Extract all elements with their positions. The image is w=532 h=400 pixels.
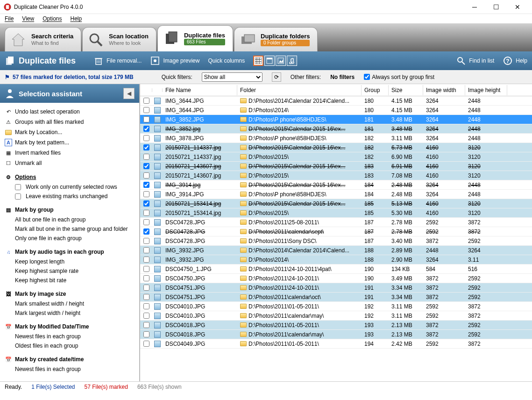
col-size[interactable]: Size	[389, 85, 423, 95]
work-only-selected[interactable]: Work only on currently selected rows	[5, 182, 135, 192]
all-but-one-same[interactable]: Mark all but one in the same group and f…	[5, 224, 135, 234]
minimize-button[interactable]: ─	[464, 0, 485, 14]
assistant-options[interactable]: ⚙Options	[5, 172, 135, 182]
largest-wh[interactable]: Mark largest width / height	[5, 308, 135, 318]
newest-created[interactable]: Newest files in each group	[5, 364, 135, 374]
row-checkbox[interactable]	[143, 322, 149, 328]
table-row[interactable]: DSC04750_1.JPGD:\Photos\2011\24-10-2011\…	[140, 264, 532, 274]
row-checkbox[interactable]	[143, 238, 149, 244]
leave-existing[interactable]: Leave existing marks unchanged	[5, 192, 135, 201]
maximize-button[interactable]: ☐	[485, 0, 507, 14]
col-group[interactable]: Group	[362, 85, 389, 95]
row-checkbox[interactable]	[143, 163, 149, 169]
table-row[interactable]: 20150721_153414.jpgD:\Photos\2015\1855.3…	[140, 208, 532, 218]
only-one[interactable]: Only one file in each group	[5, 234, 135, 243]
table-row[interactable]: DSC04728.JPGD:\Photos\2011\Sony DSC\1873…	[140, 236, 532, 246]
file-removal-button[interactable]: File removal...	[93, 56, 142, 66]
row-checkbox[interactable]	[143, 98, 149, 104]
row-checkbox[interactable]	[143, 257, 149, 263]
menu-file[interactable]: File	[5, 15, 14, 22]
row-checkbox[interactable]	[143, 154, 149, 160]
row-checkbox[interactable]	[143, 219, 149, 225]
longest-length[interactable]: Keep longest length	[5, 257, 135, 266]
table-row[interactable]: IMG_3644.JPGD:\Photos\2014\Calendar 2014…	[140, 96, 532, 106]
table-row[interactable]: DSC04751.JPGD:\Photos\2011\calendar\oct\…	[140, 293, 532, 302]
table-row[interactable]: IMG_3878.JPGD:\Photos\P phone\858HDJES\1…	[140, 134, 532, 143]
mark-location[interactable]: Mark by Location...	[5, 127, 135, 137]
col-height[interactable]: Image height	[465, 85, 507, 95]
row-checkbox[interactable]	[143, 266, 149, 272]
invert-marked[interactable]: ▦Invert marked files	[5, 148, 135, 158]
undo-select[interactable]: ↶Undo last select operation	[5, 107, 135, 117]
table-row[interactable]: DSC04751.JPGD:\Photos\2011\24-10-2011\19…	[140, 283, 532, 293]
row-checkbox[interactable]	[143, 135, 149, 141]
find-in-list-button[interactable]: Find in list	[456, 56, 494, 66]
row-checkbox[interactable]	[143, 182, 149, 188]
table-row[interactable]: IMG_3914.jpgD:\Photos\2015\Calendar 2015…	[140, 180, 532, 190]
row-checkbox[interactable]	[143, 191, 149, 197]
table-row[interactable]: DSC04010.JPGD:\Photos\2011\01-05-2011\19…	[140, 302, 532, 311]
quick-filters-select[interactable]: Show all	[202, 72, 262, 82]
row-checkbox[interactable]	[143, 247, 149, 253]
groups-all-marked[interactable]: ⚠Groups with all files marked	[5, 117, 135, 127]
table-row[interactable]: DSC04018.JPGD:\Photos\2011\01-05-2011\19…	[140, 321, 532, 330]
table-row[interactable]: DSC04728.JPGD:\Photos\2011\calendar\sept…	[140, 227, 532, 236]
table-row[interactable]: IMG_3914.JPGD:\Photos\P phone\858HDJES\1…	[140, 190, 532, 199]
highest-br[interactable]: Keep highest bit rate	[5, 276, 135, 285]
smallest-wh[interactable]: Mark smallest width / height	[5, 299, 135, 308]
col-width[interactable]: Image width	[423, 85, 465, 95]
newest-mod[interactable]: Newest files in each group	[5, 332, 135, 341]
all-but-one[interactable]: All but one file in each group	[5, 215, 135, 224]
refresh-button[interactable]: ⟳	[272, 72, 281, 82]
table-row[interactable]: 20150721_143607.jpgD:\Photos\2015\1837.0…	[140, 171, 532, 180]
table-row[interactable]: IMG_3644.JPGD:\Photos\2014\1804.15 MB326…	[140, 106, 532, 115]
table-row[interactable]: IMG_3932.JPGD:\Photos\2014\1882.90 MB326…	[140, 255, 532, 264]
row-checkbox[interactable]	[143, 285, 149, 291]
table-row[interactable]: DSC04750.JPGD:\Photos\2011\24-10-2011\19…	[140, 274, 532, 283]
table-row[interactable]: DSC04728.JPGD:\Photos\2011\25-08-2011\18…	[140, 218, 532, 227]
qc-window-icon[interactable]	[264, 56, 275, 66]
table-row[interactable]: 20150721_114337.jpgD:\Photos\2015\Calend…	[140, 143, 532, 152]
row-checkbox[interactable]	[143, 275, 149, 281]
table-row[interactable]: IMG_3932.JPGD:\Photos\2014\Calendar 2014…	[140, 246, 532, 255]
close-button[interactable]: ✕	[507, 0, 528, 14]
row-checkbox[interactable]	[143, 172, 149, 179]
row-checkbox[interactable]	[143, 210, 149, 216]
table-row[interactable]: IMG_3852.JPGD:\Photos\P phone\858HDJES\1…	[140, 115, 532, 124]
tab-duplicate-folders[interactable]: Duplicate folders0 Folder groups	[234, 27, 318, 51]
table-row[interactable]: DSC04018.JPGD:\Photos\2011\calendar\may\…	[140, 330, 532, 339]
row-checkbox[interactable]	[143, 200, 149, 207]
help-button[interactable]: ? Help	[503, 56, 527, 66]
tab-search-criteria[interactable]: Search criteriaWhat to find	[5, 27, 81, 51]
sort-group-checkbox[interactable]: Always sort by group first	[364, 74, 434, 80]
menu-options[interactable]: Options	[43, 15, 62, 22]
mark-text-pattern[interactable]: AMark by text pattern...	[5, 137, 135, 148]
row-checkbox[interactable]	[143, 126, 149, 132]
menu-view[interactable]: View	[22, 15, 34, 22]
image-preview-button[interactable]: Image preview	[150, 56, 199, 66]
unmark-all[interactable]: ☐Unmark all	[5, 158, 135, 168]
col-folder[interactable]: Folder	[237, 85, 362, 95]
row-checkbox[interactable]	[143, 144, 149, 150]
menu-help[interactable]: Help	[71, 15, 82, 22]
table-row[interactable]: 20150721_114337.jpgD:\Photos\2015\1826.9…	[140, 152, 532, 162]
table-row[interactable]: IMG_3852.jpgD:\Photos\2015\Calendar 2015…	[140, 124, 532, 134]
table-body[interactable]: IMG_3644.JPGD:\Photos\2014\Calendar 2014…	[140, 96, 532, 381]
row-checkbox[interactable]	[143, 116, 149, 122]
table-row[interactable]: DSC04010.JPGD:\Photos\2011\calendar\may\…	[140, 311, 532, 321]
qc-image-icon[interactable]	[276, 56, 286, 66]
oldest-mod[interactable]: Oldest files in each group	[5, 341, 135, 350]
highest-sr[interactable]: Keep highest sample rate	[5, 266, 135, 276]
qc-music-icon[interactable]	[287, 56, 297, 66]
table-row[interactable]: DSC04049.JPGD:\Photos\2011\01-05-2011\19…	[140, 339, 532, 349]
tab-scan-location[interactable]: Scan locationWhere to look	[82, 27, 156, 51]
row-checkbox[interactable]	[143, 303, 149, 309]
qc-grid-icon[interactable]	[253, 56, 263, 66]
table-row[interactable]: 20150721_153414.jpgD:\Photos\2015\Calend…	[140, 199, 532, 208]
col-filename[interactable]: File Name	[163, 85, 237, 95]
tab-duplicate-files[interactable]: Duplicate files663 Files	[157, 25, 233, 51]
row-checkbox[interactable]	[143, 331, 149, 337]
collapse-left-button[interactable]: ◀	[123, 88, 135, 99]
row-checkbox[interactable]	[143, 229, 149, 235]
table-row[interactable]: 20150721_143607.jpgD:\Photos\2015\Calend…	[140, 162, 532, 171]
